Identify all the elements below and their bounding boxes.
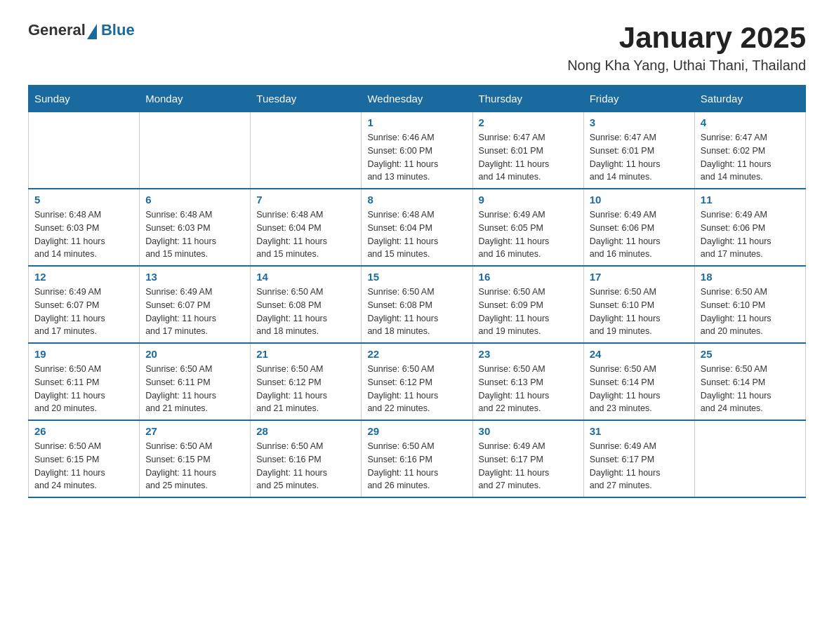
calendar-cell: 27Sunrise: 6:50 AMSunset: 6:15 PMDayligh… [140,420,251,497]
day-header-sunday: Sunday [29,86,140,112]
calendar-cell: 25Sunrise: 6:50 AMSunset: 6:14 PMDayligh… [694,343,805,420]
day-info: Sunrise: 6:49 AMSunset: 6:06 PMDaylight:… [590,208,689,261]
day-info: Sunrise: 6:47 AMSunset: 6:01 PMDaylight:… [590,131,689,184]
calendar-cell: 31Sunrise: 6:49 AMSunset: 6:17 PMDayligh… [583,420,694,497]
day-header-tuesday: Tuesday [251,86,362,112]
day-header-friday: Friday [583,86,694,112]
calendar-cell: 16Sunrise: 6:50 AMSunset: 6:09 PMDayligh… [472,266,583,343]
calendar-cell: 8Sunrise: 6:48 AMSunset: 6:04 PMDaylight… [362,189,472,266]
day-info: Sunrise: 6:48 AMSunset: 6:03 PMDaylight:… [34,208,133,261]
calendar-cell: 2Sunrise: 6:47 AMSunset: 6:01 PMDaylight… [472,112,583,189]
day-info: Sunrise: 6:50 AMSunset: 6:15 PMDaylight:… [145,440,244,492]
day-info: Sunrise: 6:50 AMSunset: 6:16 PMDaylight:… [367,440,466,492]
day-number: 6 [145,194,244,206]
day-info: Sunrise: 6:49 AMSunset: 6:05 PMDaylight:… [479,208,578,261]
calendar-cell: 29Sunrise: 6:50 AMSunset: 6:16 PMDayligh… [362,420,472,497]
day-info: Sunrise: 6:49 AMSunset: 6:17 PMDaylight:… [590,440,689,492]
day-number: 5 [34,194,133,206]
calendar-cell: 5Sunrise: 6:48 AMSunset: 6:03 PMDaylight… [29,189,140,266]
calendar-cell: 30Sunrise: 6:49 AMSunset: 6:17 PMDayligh… [472,420,583,497]
day-info: Sunrise: 6:50 AMSunset: 6:12 PMDaylight:… [256,363,355,415]
day-number: 19 [34,348,133,360]
day-number: 22 [367,348,466,360]
day-number: 20 [145,348,244,360]
day-info: Sunrise: 6:48 AMSunset: 6:04 PMDaylight:… [367,208,466,261]
day-number: 12 [34,271,133,283]
day-number: 13 [145,271,244,283]
day-number: 31 [590,425,689,437]
day-info: Sunrise: 6:46 AMSunset: 6:00 PMDaylight:… [367,131,466,184]
day-info: Sunrise: 6:49 AMSunset: 6:17 PMDaylight:… [479,440,578,492]
days-header-row: SundayMondayTuesdayWednesdayThursdayFrid… [29,86,806,112]
logo-triangle-icon [87,24,97,39]
calendar-cell [251,112,362,189]
calendar-cell: 24Sunrise: 6:50 AMSunset: 6:14 PMDayligh… [583,343,694,420]
day-info: Sunrise: 6:47 AMSunset: 6:02 PMDaylight:… [701,131,800,184]
day-number: 26 [34,425,133,437]
day-number: 21 [256,348,355,360]
calendar-cell: 18Sunrise: 6:50 AMSunset: 6:10 PMDayligh… [694,266,805,343]
day-header-wednesday: Wednesday [362,86,472,112]
day-info: Sunrise: 6:50 AMSunset: 6:11 PMDaylight:… [145,363,244,415]
logo-blue-text: Blue [101,21,135,39]
day-number: 30 [479,425,578,437]
calendar-cell: 9Sunrise: 6:49 AMSunset: 6:05 PMDaylight… [472,189,583,266]
day-info: Sunrise: 6:50 AMSunset: 6:13 PMDaylight:… [479,363,578,415]
day-number: 7 [256,194,355,206]
day-info: Sunrise: 6:50 AMSunset: 6:09 PMDaylight:… [479,286,578,338]
calendar-cell: 14Sunrise: 6:50 AMSunset: 6:08 PMDayligh… [251,266,362,343]
day-number: 11 [701,194,800,206]
calendar-title: January 2025 [567,21,806,55]
day-info: Sunrise: 6:48 AMSunset: 6:04 PMDaylight:… [256,208,355,261]
day-number: 18 [701,271,800,283]
day-info: Sunrise: 6:50 AMSunset: 6:14 PMDaylight:… [590,363,689,415]
day-number: 17 [590,271,689,283]
day-info: Sunrise: 6:50 AMSunset: 6:15 PMDaylight:… [34,440,133,492]
calendar-cell: 26Sunrise: 6:50 AMSunset: 6:15 PMDayligh… [29,420,140,497]
day-number: 16 [479,271,578,283]
calendar-week-row: 12Sunrise: 6:49 AMSunset: 6:07 PMDayligh… [29,266,806,343]
calendar-subtitle: Nong Kha Yang, Uthai Thani, Thailand [567,58,806,74]
calendar-cell: 3Sunrise: 6:47 AMSunset: 6:01 PMDaylight… [583,112,694,189]
day-number: 28 [256,425,355,437]
day-info: Sunrise: 6:49 AMSunset: 6:06 PMDaylight:… [701,208,800,261]
day-number: 10 [590,194,689,206]
day-number: 29 [367,425,466,437]
calendar-cell [29,112,140,189]
calendar-body: 1Sunrise: 6:46 AMSunset: 6:00 PMDaylight… [29,112,806,498]
calendar-cell [140,112,251,189]
calendar-cell: 6Sunrise: 6:48 AMSunset: 6:03 PMDaylight… [140,189,251,266]
calendar-cell: 7Sunrise: 6:48 AMSunset: 6:04 PMDaylight… [251,189,362,266]
calendar-week-row: 1Sunrise: 6:46 AMSunset: 6:00 PMDaylight… [29,112,806,189]
calendar-cell: 1Sunrise: 6:46 AMSunset: 6:00 PMDaylight… [362,112,472,189]
calendar-cell: 17Sunrise: 6:50 AMSunset: 6:10 PMDayligh… [583,266,694,343]
day-number: 3 [590,116,689,128]
calendar-cell: 28Sunrise: 6:50 AMSunset: 6:16 PMDayligh… [251,420,362,497]
day-info: Sunrise: 6:50 AMSunset: 6:10 PMDaylight:… [701,286,800,338]
day-number: 24 [590,348,689,360]
calendar-table: SundayMondayTuesdayWednesdayThursdayFrid… [28,85,806,498]
day-number: 25 [701,348,800,360]
day-header-monday: Monday [140,86,251,112]
calendar-cell: 10Sunrise: 6:49 AMSunset: 6:06 PMDayligh… [583,189,694,266]
day-info: Sunrise: 6:50 AMSunset: 6:08 PMDaylight:… [256,286,355,338]
day-header-thursday: Thursday [472,86,583,112]
day-number: 14 [256,271,355,283]
day-number: 2 [479,116,578,128]
day-info: Sunrise: 6:50 AMSunset: 6:11 PMDaylight:… [34,363,133,415]
day-number: 9 [479,194,578,206]
day-number: 8 [367,194,466,206]
calendar-week-row: 26Sunrise: 6:50 AMSunset: 6:15 PMDayligh… [29,420,806,497]
calendar-cell: 22Sunrise: 6:50 AMSunset: 6:12 PMDayligh… [362,343,472,420]
day-info: Sunrise: 6:50 AMSunset: 6:10 PMDaylight:… [590,286,689,338]
day-number: 23 [479,348,578,360]
day-info: Sunrise: 6:50 AMSunset: 6:14 PMDaylight:… [701,363,800,415]
calendar-cell: 20Sunrise: 6:50 AMSunset: 6:11 PMDayligh… [140,343,251,420]
calendar-header: SundayMondayTuesdayWednesdayThursdayFrid… [29,86,806,112]
day-info: Sunrise: 6:50 AMSunset: 6:08 PMDaylight:… [367,286,466,338]
calendar-cell: 4Sunrise: 6:47 AMSunset: 6:02 PMDaylight… [694,112,805,189]
calendar-cell: 13Sunrise: 6:49 AMSunset: 6:07 PMDayligh… [140,266,251,343]
logo-general-text: General [28,21,86,39]
calendar-cell: 11Sunrise: 6:49 AMSunset: 6:06 PMDayligh… [694,189,805,266]
day-number: 1 [367,116,466,128]
